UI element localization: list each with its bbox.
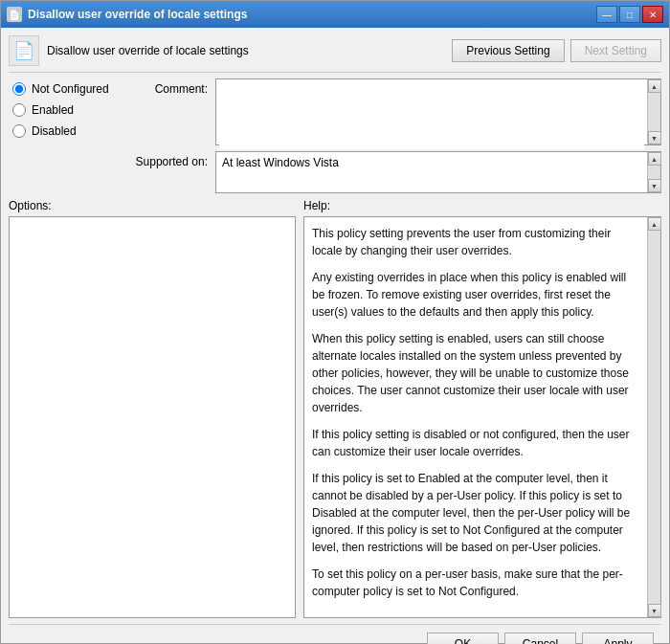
header-buttons: Previous Setting Next Setting [452, 39, 661, 62]
supported-wrapper: At least Windows Vista ▲ ▼ [215, 151, 661, 193]
comment-label: Comment: [131, 78, 208, 96]
footer: OK Cancel Apply [9, 624, 661, 644]
comment-inner [216, 79, 647, 144]
radio-input-disabled[interactable] [12, 124, 26, 138]
content-area: 📄 Disallow user override of locale setti… [1, 28, 669, 644]
radio-group: Not Configured Enabled Disabled [9, 78, 123, 193]
help-paragraph: If this policy setting is disabled or no… [312, 426, 639, 460]
radio-label-not-configured: Not Configured [32, 82, 109, 96]
radio-label-enabled: Enabled [32, 103, 74, 117]
cancel-button[interactable]: Cancel [504, 633, 576, 644]
scroll-down-arrow[interactable]: ▼ [648, 131, 661, 144]
help-text-area: This policy setting prevents the user fr… [304, 217, 647, 617]
supported-scroll-down[interactable]: ▼ [648, 179, 661, 192]
window-icon: 📄 [7, 7, 22, 22]
radio-input-enabled[interactable] [12, 103, 26, 117]
help-scrollbar: ▲ ▼ [647, 217, 660, 617]
supported-scrollbar: ▲ ▼ [647, 152, 660, 192]
comment-scrollbar: ▲ ▼ [647, 79, 660, 144]
minimize-button[interactable]: — [596, 6, 617, 23]
scroll-up-arrow[interactable]: ▲ [648, 79, 661, 93]
title-bar: 📄 Disallow user override of locale setti… [1, 1, 669, 28]
maximize-button[interactable]: □ [619, 6, 640, 23]
help-label: Help: [303, 199, 661, 212]
main-window: 📄 Disallow user override of locale setti… [0, 0, 670, 644]
comment-input[interactable] [219, 82, 644, 149]
help-paragraph: Any existing overrides in place when thi… [312, 269, 639, 321]
radio-disabled[interactable]: Disabled [12, 124, 120, 138]
apply-button[interactable]: Apply [582, 633, 654, 644]
radio-not-configured[interactable]: Not Configured [12, 82, 120, 96]
window-title: Disallow user override of locale setting… [28, 8, 596, 21]
ok-button[interactable]: OK [427, 633, 499, 644]
comment-wrapper: ▲ ▼ [215, 78, 661, 145]
supported-group: Supported on: At least Windows Vista ▲ ▼ [131, 151, 661, 193]
main-section: Not Configured Enabled Disabled Comment: [9, 78, 661, 193]
previous-setting-button[interactable]: Previous Setting [452, 39, 564, 62]
right-section: Comment: ▲ ▼ Supported on: [131, 78, 661, 193]
bottom-sections: Options: Help: This policy setting preve… [9, 199, 661, 618]
radio-input-not-configured[interactable] [12, 82, 26, 96]
close-button[interactable]: ✕ [642, 6, 663, 23]
header-icon: 📄 [9, 35, 39, 66]
help-paragraph: To set this policy on a per-user basis, … [312, 566, 639, 600]
supported-scroll-up[interactable]: ▲ [648, 152, 661, 166]
help-paragraph: If this policy is set to Enabled at the … [312, 470, 639, 556]
radio-enabled[interactable]: Enabled [12, 103, 120, 117]
help-scroll-up[interactable]: ▲ [648, 217, 661, 231]
options-panel: Options: [9, 199, 296, 618]
comment-group: Comment: ▲ ▼ [131, 78, 661, 145]
radio-label-disabled: Disabled [32, 124, 77, 138]
header-row: 📄 Disallow user override of locale setti… [9, 35, 661, 73]
options-label: Options: [9, 199, 296, 212]
title-bar-buttons: — □ ✕ [596, 6, 663, 23]
help-box: This policy setting prevents the user fr… [303, 216, 661, 618]
supported-label: Supported on: [131, 151, 208, 168]
supported-value: At least Windows Vista [216, 152, 647, 192]
help-panel: Help: This policy setting prevents the u… [303, 199, 661, 618]
header-title: Disallow user override of locale setting… [47, 44, 444, 57]
next-setting-button[interactable]: Next Setting [570, 39, 661, 62]
options-box [9, 216, 296, 618]
help-paragraph: When this policy setting is enabled, use… [312, 330, 639, 416]
help-paragraph: This policy setting prevents the user fr… [312, 225, 639, 259]
help-scroll-down[interactable]: ▼ [648, 604, 661, 617]
